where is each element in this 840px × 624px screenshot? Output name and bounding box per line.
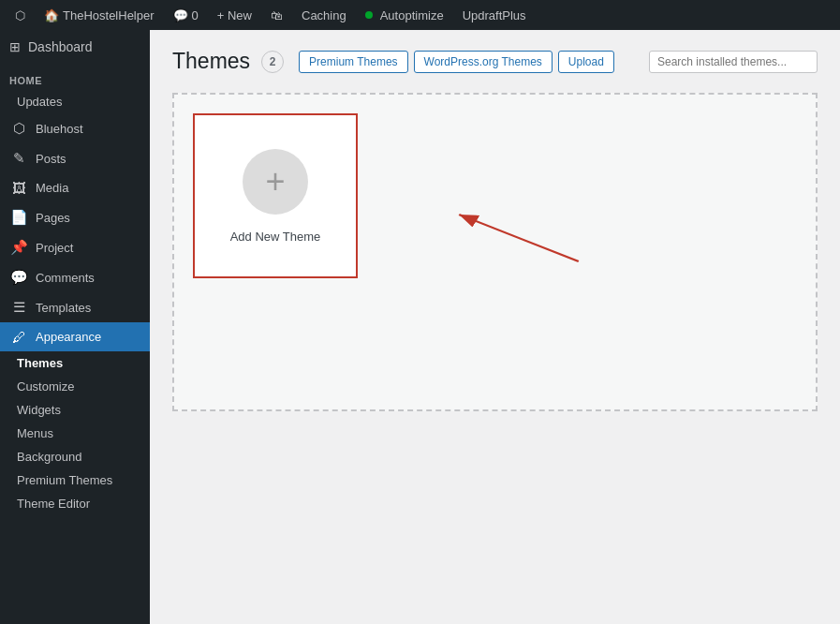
comments-icon: 💬 xyxy=(9,269,28,286)
sidebar-sub-themes[interactable]: Themes xyxy=(0,351,150,375)
pages-label: Pages xyxy=(36,211,70,225)
site-name-button[interactable]: 🏠 TheHostelHelper xyxy=(37,0,162,30)
sidebar-item-dashboard[interactable]: ⊞ Dashboard xyxy=(0,30,150,64)
comments-button[interactable]: 💬 0 xyxy=(166,0,206,30)
updates-label: Updates xyxy=(17,95,62,109)
themes-grid: + Add New Theme xyxy=(172,93,818,411)
sidebar-sub-customize[interactable]: Customize xyxy=(0,375,150,398)
upload-theme-button[interactable]: Upload xyxy=(558,51,614,73)
add-new-theme-card[interactable]: + Add New Theme xyxy=(193,113,358,278)
page-title: Themes xyxy=(172,49,250,74)
customize-sub-label: Customize xyxy=(17,379,74,394)
add-new-theme-label: Add New Theme xyxy=(230,230,321,244)
premium-themes-sub-label: Premium Themes xyxy=(17,473,112,487)
autoptimize-label: Autoptimize xyxy=(380,8,444,22)
media-label: Media xyxy=(36,181,68,195)
sidebar-sub-widgets[interactable]: Widgets xyxy=(0,398,150,422)
sidebar-item-updates[interactable]: Updates xyxy=(0,90,150,113)
posts-icon: ✎ xyxy=(9,150,28,167)
sidebar-item-bluehost[interactable]: ⬡ Bluehost xyxy=(0,113,150,143)
caching-label: Caching xyxy=(302,8,346,22)
sidebar-item-media[interactable]: 🖼 Media xyxy=(0,173,150,202)
comments-nav-label: Comments xyxy=(36,271,95,285)
caching-button[interactable]: Caching xyxy=(294,0,354,30)
sidebar-item-posts[interactable]: ✎ Posts xyxy=(0,143,150,173)
sidebar-sub-premium-themes[interactable]: Premium Themes xyxy=(0,468,150,492)
pages-icon: 📄 xyxy=(9,209,28,226)
posts-label: Posts xyxy=(36,152,66,166)
header-actions: Premium Themes WordPress.org Themes Uplo… xyxy=(299,51,614,73)
plus-circle: + xyxy=(243,149,308,215)
premium-themes-button[interactable]: Premium Themes xyxy=(299,51,407,73)
appearance-icon: 🖊 xyxy=(9,329,28,345)
woocommerce-icon: 🛍 xyxy=(271,8,283,22)
background-sub-label: Background xyxy=(17,450,81,464)
sidebar-item-templates[interactable]: ☰ Templates xyxy=(0,292,150,322)
comment-icon: 💬 xyxy=(173,8,188,22)
page-header: Themes 2 Premium Themes WordPress.org Th… xyxy=(172,49,818,74)
sidebar-home-section: Home xyxy=(0,64,150,90)
sidebar-item-comments[interactable]: 💬 Comments xyxy=(0,262,150,292)
sidebar-sub-background[interactable]: Background xyxy=(0,445,150,468)
dashboard-icon: ⊞ xyxy=(9,39,21,54)
media-icon: 🖼 xyxy=(9,180,28,196)
updraftplus-button[interactable]: UpdraftPlus xyxy=(455,0,534,30)
sidebar: ⊞ Dashboard Home Updates ⬡ Bluehost ✎ Po… xyxy=(0,30,150,624)
templates-icon: ☰ xyxy=(9,299,28,316)
themes-sub-label: Themes xyxy=(17,356,63,370)
widgets-sub-label: Widgets xyxy=(17,403,61,417)
bluehost-label: Bluehost xyxy=(36,122,83,136)
plus-icon: + xyxy=(265,165,285,199)
updraftplus-label: UpdraftPlus xyxy=(463,8,526,22)
search-themes-input[interactable] xyxy=(649,51,818,73)
sidebar-item-project[interactable]: 📌 Project xyxy=(0,232,150,262)
wp-logo-button[interactable]: ⬡ xyxy=(7,0,33,30)
appearance-label: Appearance xyxy=(36,330,101,344)
new-label: + New xyxy=(217,8,252,22)
dashboard-label: Dashboard xyxy=(28,39,93,54)
sidebar-item-appearance[interactable]: 🖊 Appearance xyxy=(0,322,150,351)
sidebar-sub-theme-editor[interactable]: Theme Editor xyxy=(0,492,150,515)
menus-sub-label: Menus xyxy=(17,426,53,440)
autoptimize-status-dot xyxy=(365,11,373,19)
autoptimize-button[interactable]: Autoptimize xyxy=(358,0,451,30)
site-name-label: TheHostelHelper xyxy=(63,8,155,22)
project-icon: 📌 xyxy=(9,239,28,256)
sidebar-item-pages[interactable]: 📄 Pages xyxy=(0,202,150,232)
home-icon: 🏠 xyxy=(44,8,59,22)
new-content-button[interactable]: + New xyxy=(210,0,259,30)
woocommerce-button[interactable]: 🛍 xyxy=(263,0,290,30)
theme-editor-sub-label: Theme Editor xyxy=(17,497,90,511)
templates-label: Templates xyxy=(36,301,91,315)
comments-count: 0 xyxy=(192,8,199,22)
main-content: Themes 2 Premium Themes WordPress.org Th… xyxy=(150,30,840,624)
admin-bar: ⬡ 🏠 TheHostelHelper 💬 0 + New 🛍 Caching … xyxy=(0,0,840,30)
themes-area-container: + Add New Theme xyxy=(172,93,818,411)
project-label: Project xyxy=(36,241,73,255)
sidebar-sub-menus[interactable]: Menus xyxy=(0,422,150,445)
wordpress-org-themes-button[interactable]: WordPress.org Themes xyxy=(414,51,553,73)
wp-logo-icon: ⬡ xyxy=(15,8,25,22)
theme-count-badge: 2 xyxy=(261,51,284,73)
bluehost-icon: ⬡ xyxy=(9,120,28,137)
